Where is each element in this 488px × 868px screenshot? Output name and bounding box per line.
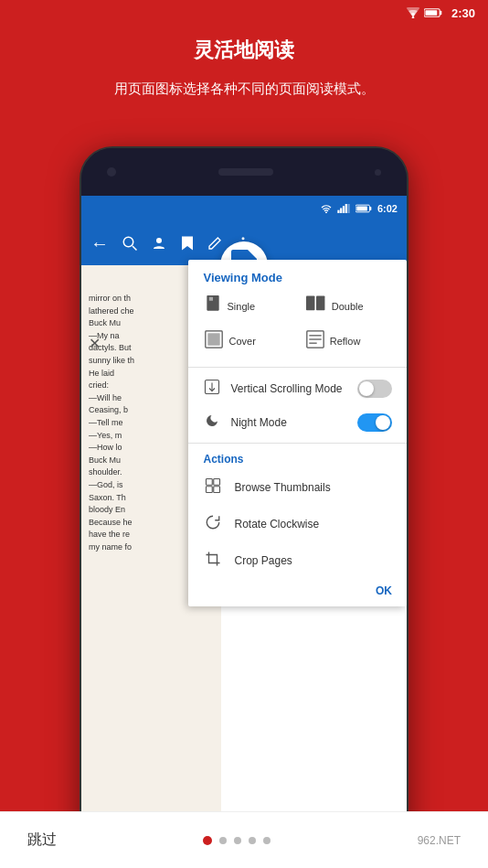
ok-row: OK [188,579,407,606]
svg-rect-24 [208,333,220,345]
back-button[interactable]: ← [90,233,109,254]
night-mode-toggle-row[interactable]: Night Mode [188,406,407,439]
single-icon [205,295,221,317]
svg-rect-8 [345,204,347,213]
svg-rect-2 [425,10,437,16]
svg-rect-20 [209,297,213,301]
outer-status-time: 2:30 [451,6,475,20]
svg-line-14 [133,246,137,251]
vertical-scrolling-switch[interactable] [357,380,392,398]
skip-button[interactable]: 跳过 [27,830,57,850]
top-subtitle: 用页面图标选择各种不同的页面阅读模式。 [87,79,402,100]
edit-icon[interactable] [207,236,222,251]
phone-signal-icon [337,204,350,213]
status-icons: 2:30 [406,6,475,20]
speaker-grill [218,168,273,176]
crop-icon [203,551,223,571]
cover-mode-button[interactable]: Cover [199,327,294,356]
rotate-clockwise-label: Rotate Clockwise [234,518,319,530]
vertical-scroll-icon [203,379,221,399]
phone-device: 6:02 ← [80,146,408,860]
svg-rect-21 [306,296,314,311]
search-icon[interactable] [122,235,138,252]
browse-thumbnails-label: Browse Thumbnails [234,481,330,494]
single-mode-button[interactable]: Single [199,292,294,321]
svg-point-16 [242,237,245,240]
wifi-icon [406,7,420,18]
viewing-mode-header: Viewing Mode [188,260,407,292]
reflow-mode-button[interactable]: Reflow [301,327,396,356]
svg-rect-6 [340,208,342,213]
dot-4 [249,837,256,844]
double-icon [306,295,326,317]
watermark: 962.NET [418,834,461,847]
svg-rect-9 [347,204,349,213]
phone-battery-icon [355,204,372,213]
svg-rect-3 [440,11,441,15]
svg-rect-31 [207,479,213,486]
night-mode-switch[interactable] [357,413,392,432]
single-label: Single [227,301,255,312]
svg-point-15 [156,238,162,243]
svg-point-0 [412,16,415,18]
svg-rect-33 [207,487,213,493]
svg-rect-34 [214,487,220,493]
top-title: 灵活地阅读 [194,37,294,64]
double-label: Double [332,301,364,312]
svg-point-4 [325,212,327,214]
reflow-icon [306,330,324,352]
dot-5 [263,837,271,844]
battery-icon [424,7,442,18]
person-icon[interactable] [151,235,167,252]
divider-2 [188,443,407,444]
actions-header: Actions [188,447,407,469]
toggle-knob-night [376,415,390,430]
svg-rect-11 [356,206,367,210]
reflow-label: Reflow [330,336,361,347]
double-mode-button[interactable]: Double [301,292,396,321]
phone-status-time: 6:02 [377,203,398,214]
ok-button[interactable]: OK [376,584,392,597]
toggle-knob [359,381,374,396]
phone-app-bar: ← [81,221,407,265]
vertical-scrolling-label: Vertical Scrolling Mode [230,382,348,395]
bottom-nav: 跳过 962.NET [0,811,488,868]
thumbnails-icon [203,477,223,498]
phone-wifi-icon [321,204,332,213]
cover-label: Cover [228,336,255,347]
svg-rect-32 [214,479,220,486]
mode-grid: Single Double [188,292,407,363]
dot-2 [219,837,227,844]
svg-rect-5 [337,210,339,213]
dot-1 [203,836,212,845]
phone-top-bar [81,148,407,196]
svg-rect-12 [369,207,371,210]
dropdown-panel: Viewing Mode Single [188,260,407,606]
rotate-icon [203,514,223,534]
dot-3 [234,837,241,844]
phone-status-bar: 6:02 [81,196,407,221]
cover-icon [205,330,223,352]
rotate-clockwise-button[interactable]: Rotate Clockwise [188,506,407,542]
outer-status-bar: 2:30 [0,0,488,26]
phone-screen: 6:02 ← [81,196,407,858]
browse-thumbnails-button[interactable]: Browse Thumbnails [188,469,407,506]
vertical-scrolling-toggle-row[interactable]: Vertical Scrolling Mode [188,371,407,406]
svg-point-13 [123,237,133,247]
close-button[interactable]: ✕ [89,335,101,352]
night-mode-icon [203,413,221,432]
crop-pages-label: Crop Pages [234,554,292,567]
svg-rect-22 [316,296,324,311]
crop-pages-button[interactable]: Crop Pages [188,542,407,579]
camera-dot [107,167,116,177]
dot-indicators [203,836,271,845]
night-mode-label: Night Mode [230,416,348,429]
divider-1 [188,367,407,368]
sensor-dot [375,169,381,176]
svg-rect-7 [343,206,345,213]
bookmark-icon[interactable] [180,235,195,252]
